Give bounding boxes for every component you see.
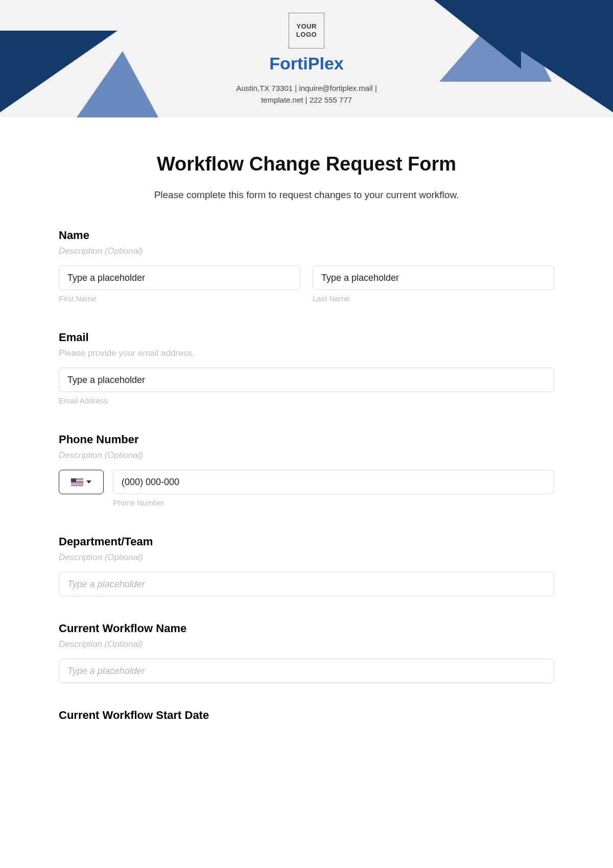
country-code-select[interactable] xyxy=(59,470,104,494)
phone-desc: Description (Optional) xyxy=(59,450,554,461)
phone-input[interactable] xyxy=(113,470,554,494)
email-desc: Please provide your email address. xyxy=(59,348,554,358)
last-name-sublabel: Last Name xyxy=(313,294,554,303)
email-input[interactable] xyxy=(59,368,554,392)
logo-placeholder: YOUR LOGO xyxy=(289,13,324,49)
contact-info: Austin,TX 73301 | inquire@fortiplex.mail… xyxy=(0,83,613,106)
form-content: Workflow Change Request Form Please comp… xyxy=(0,117,613,722)
department-desc: Description (Optional) xyxy=(59,552,554,563)
contact-line-2: template.net | 222 555 777 xyxy=(261,95,352,104)
field-workflow-name: Current Workflow Name Description (Optio… xyxy=(59,622,554,683)
last-name-input[interactable] xyxy=(313,266,554,290)
us-flag-icon xyxy=(71,478,83,486)
email-label: Email xyxy=(59,331,554,344)
field-name: Name Description (Optional) First Name L… xyxy=(59,229,554,303)
workflow-name-desc: Description (Optional) xyxy=(59,639,554,649)
field-workflow-start-date: Current Workflow Start Date xyxy=(59,709,554,722)
chevron-down-icon xyxy=(86,480,91,484)
field-email: Email Please provide your email address.… xyxy=(59,331,554,405)
form-intro: Please complete this form to request cha… xyxy=(59,189,554,201)
workflow-start-date-label: Current Workflow Start Date xyxy=(59,709,554,722)
name-label: Name xyxy=(59,229,554,242)
brand-name: FortiPlex xyxy=(0,54,613,74)
department-label: Department/Team xyxy=(59,535,554,548)
workflow-name-label: Current Workflow Name xyxy=(59,622,554,635)
first-name-sublabel: First Name xyxy=(59,294,300,303)
header-banner: YOUR LOGO FortiPlex Austin,TX 73301 | in… xyxy=(0,0,613,117)
first-name-input[interactable] xyxy=(59,266,300,290)
department-input[interactable] xyxy=(59,572,554,596)
form-title: Workflow Change Request Form xyxy=(59,153,554,175)
phone-sublabel: Phone Number xyxy=(113,498,554,507)
email-sublabel: Email Address xyxy=(59,396,554,405)
field-phone: Phone Number Description (Optional) Phon… xyxy=(59,433,554,507)
workflow-name-input[interactable] xyxy=(59,659,554,683)
name-desc: Description (Optional) xyxy=(59,246,554,256)
phone-label: Phone Number xyxy=(59,433,554,446)
field-department: Department/Team Description (Optional) xyxy=(59,535,554,596)
contact-line-1: Austin,TX 73301 | inquire@fortiplex.mail… xyxy=(236,84,377,92)
